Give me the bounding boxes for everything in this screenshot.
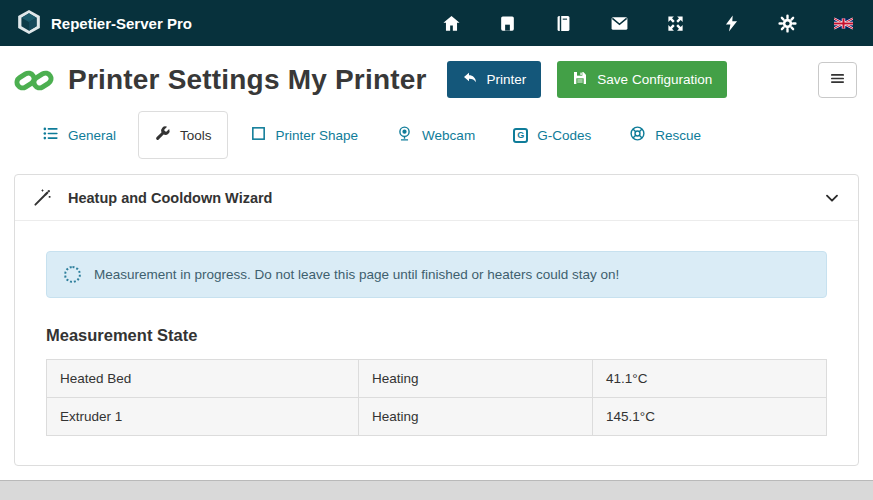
tab-webcam[interactable]: Webcam	[380, 111, 491, 159]
temperature-cell: 41.1°C	[593, 360, 827, 398]
chevron-down-icon[interactable]	[824, 190, 840, 206]
settings-gear-icon[interactable]	[778, 14, 797, 33]
messages-mail-icon[interactable]	[610, 14, 629, 33]
heatup-cooldown-panel: Heatup and Cooldown Wizard Measurement i…	[14, 174, 859, 466]
printer-icon[interactable]	[498, 14, 517, 33]
manual-book-icon[interactable]	[554, 14, 573, 33]
tab-label: G-Codes	[537, 128, 591, 143]
panel-title: Heatup and Cooldown Wizard	[68, 190, 272, 206]
tab-printer-shape[interactable]: Printer Shape	[234, 111, 375, 159]
alert-text: Measurement in progress. Do not leave th…	[94, 267, 619, 282]
back-arrow-icon	[462, 70, 478, 89]
save-floppy-icon	[572, 70, 588, 89]
table-row: Heated Bed Heating 41.1°C	[47, 360, 827, 398]
state-cell: Heating	[359, 398, 593, 436]
measurement-progress-alert: Measurement in progress. Do not leave th…	[46, 251, 827, 298]
measurement-state-heading: Measurement State	[46, 326, 827, 345]
panel-body: Measurement in progress. Do not leave th…	[15, 221, 858, 436]
header-buttons: Printer Save Configuration	[447, 61, 728, 98]
hamburger-menu-button[interactable]	[818, 62, 857, 98]
list-icon	[42, 125, 59, 145]
state-cell: Heating	[359, 360, 593, 398]
repetier-logo-icon	[16, 9, 42, 38]
save-configuration-button[interactable]: Save Configuration	[557, 61, 727, 98]
save-button-label: Save Configuration	[597, 72, 712, 87]
fullscreen-expand-icon[interactable]	[666, 14, 685, 33]
temperature-cell: 145.1°C	[593, 398, 827, 436]
table-row: Extruder 1 Heating 145.1°C	[47, 398, 827, 436]
page-title: Printer Settings My Printer	[68, 64, 427, 96]
tab-label: General	[68, 128, 116, 143]
device-cell: Heated Bed	[47, 360, 359, 398]
wrench-icon	[154, 125, 171, 145]
tab-gcodes[interactable]: G G-Codes	[497, 111, 607, 159]
tab-label: Webcam	[422, 128, 475, 143]
printer-button-label: Printer	[487, 72, 527, 87]
language-flag-icon[interactable]	[834, 14, 853, 33]
tab-label: Tools	[180, 128, 212, 143]
brand-label: Repetier-Server Pro	[51, 15, 192, 32]
device-cell: Extruder 1	[47, 398, 359, 436]
hamburger-icon	[829, 70, 846, 90]
tab-general[interactable]: General	[26, 111, 132, 159]
tab-tools[interactable]: Tools	[138, 111, 228, 159]
app-window: Repetier-Server Pro	[0, 0, 873, 481]
measurement-table: Heated Bed Heating 41.1°C Extruder 1 Hea…	[46, 359, 827, 436]
top-navbar: Repetier-Server Pro	[0, 0, 873, 46]
printer-back-button[interactable]: Printer	[447, 61, 542, 98]
webcam-icon	[396, 125, 413, 145]
tab-rescue[interactable]: Rescue	[613, 111, 717, 159]
life-buoy-icon	[629, 125, 646, 145]
page-header: Printer Settings My Printer Printer	[0, 46, 873, 107]
gcode-icon: G	[513, 128, 528, 143]
chain-link-icon	[14, 62, 54, 98]
tab-label: Rescue	[655, 128, 701, 143]
spinner-icon	[64, 266, 81, 283]
panel-header-toggle[interactable]: Heatup and Cooldown Wizard	[15, 175, 858, 221]
wizard-wand-icon	[33, 188, 52, 207]
navbar-icon-group	[442, 14, 853, 33]
tab-label: Printer Shape	[276, 128, 359, 143]
home-icon[interactable]	[442, 14, 461, 33]
power-bolt-icon[interactable]	[722, 14, 741, 33]
square-shape-icon	[250, 125, 267, 145]
settings-tabs: General Tools Printer Shape Webcam G G-C…	[0, 111, 873, 159]
brand-home-link[interactable]: Repetier-Server Pro	[16, 9, 192, 38]
